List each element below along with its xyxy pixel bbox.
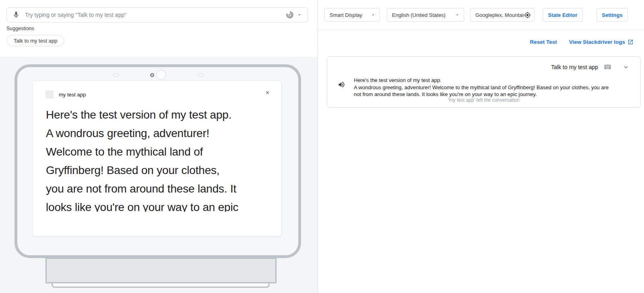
test-panel: Smart Display English (United States) Go…: [318, 0, 644, 293]
conversation-card: Talk to my test app: [327, 56, 641, 108]
suggestion-chip[interactable]: Talk to my test app: [6, 35, 64, 46]
settings-button[interactable]: Settings: [597, 8, 628, 22]
user-query-text: Talk to my test app: [551, 64, 598, 70]
reset-test-label: Reset Test: [530, 39, 557, 45]
device-screen-message: Here's the test version of my test app. …: [46, 106, 280, 212]
close-icon[interactable]: ×: [266, 90, 269, 96]
expand-chevron-icon[interactable]: [623, 64, 629, 70]
app-icon: [45, 90, 54, 98]
query-input[interactable]: Try typing or saying "Talk to my test ap…: [6, 7, 308, 23]
location-value: Googleplex, Mountain ...: [475, 12, 524, 18]
test-toolbar: Smart Display English (United States) Go…: [318, 0, 644, 30]
external-link-icon: [627, 39, 634, 45]
conversation-status: 'my test app' left the conversation: [327, 97, 640, 103]
microphone-icon[interactable]: [12, 11, 20, 19]
user-query-row: Talk to my test app: [551, 63, 629, 71]
speaker-icon[interactable]: [338, 81, 347, 98]
suggestions-label: Suggestions: [6, 26, 34, 31]
test-actions-row: Reset Test View Stackdriver logs: [318, 36, 644, 47]
location-field[interactable]: Googleplex, Mountain ...: [470, 8, 535, 22]
chevron-down-icon: [455, 12, 460, 17]
language-select-value: English (United States): [392, 12, 446, 18]
query-input-placeholder[interactable]: Try typing or saying "Talk to my test ap…: [25, 12, 286, 18]
device-ambient-sensor-icon: [150, 73, 154, 77]
my-location-icon[interactable]: [524, 12, 531, 18]
device-camera-icon: [156, 70, 166, 80]
state-editor-button[interactable]: State Editor: [543, 8, 583, 22]
keyboard-input-icon: [604, 63, 611, 71]
surface-select-value: Smart Display: [330, 12, 362, 18]
device-screen: my test app × Here's the test version of…: [32, 80, 282, 236]
stackdriver-logs-label: View Stackdriver logs: [569, 39, 625, 45]
stackdriver-logs-link[interactable]: View Stackdriver logs: [569, 39, 634, 45]
agent-response-text: Here's the test version of my test app. …: [354, 77, 615, 98]
surface-select[interactable]: Smart Display: [324, 8, 380, 22]
reset-test-link[interactable]: Reset Test: [530, 39, 557, 45]
device-screen-header: my test app ×: [33, 81, 281, 103]
device-stand: [45, 258, 277, 283]
device-stand-base: [52, 283, 270, 288]
voice-tone-icon[interactable]: [286, 11, 294, 19]
chevron-down-icon: [371, 12, 376, 17]
voice-dropdown-caret-icon[interactable]: [297, 12, 302, 17]
device-sensor-icon: [113, 74, 119, 77]
device-sensor-icon: [198, 74, 204, 77]
input-section: Try typing or saying "Talk to my test ap…: [0, 0, 318, 57]
app-name: my test app: [59, 92, 86, 98]
simulator-panel: Try typing or saying "Talk to my test ap…: [0, 0, 318, 293]
language-select[interactable]: English (United States): [387, 8, 464, 22]
agent-response-row: Here's the test version of my test app. …: [338, 77, 615, 98]
actions-simulator: Try typing or saying "Talk to my test ap…: [0, 0, 644, 293]
